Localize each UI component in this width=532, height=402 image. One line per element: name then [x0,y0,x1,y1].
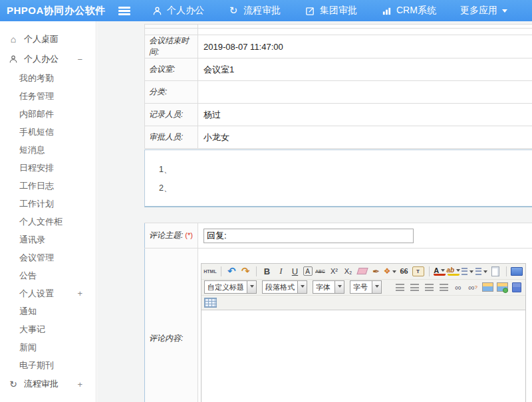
comment-subject-label: 评论主题: [149,231,183,240]
top-nav-menu: 个人办公 ↻ 流程审批 集团审批 CRM系统 更多应用 [152,5,507,17]
sidebar-item-label: 流程审批 [24,378,59,390]
table-row-recorder: 记录人员: 杨过 [145,104,532,126]
sidebar-item-e-journal[interactable]: 电子期刊 [0,356,96,374]
sidebar-item-personal-settings[interactable]: 个人设置 + [0,284,96,302]
sidebar-item-personal-office[interactable]: 个人办公 − [0,49,96,69]
nav-item-label: 流程审批 [243,5,281,17]
main-content: 会议结束时间: 2019-08-07 11:47:00 会议室: 会议室1 分类… [97,21,532,402]
nav-item-workflow-approval[interactable]: ↻ 流程审批 [228,5,281,17]
dropdown-arrow-icon [372,281,381,293]
quote-icon[interactable]: 66 [398,265,410,277]
rich-text-editor: HTML↶↷BIUAABCX²X₂✒❖66TAab 自定义标题 段落格式 字体 [201,263,526,402]
underline-icon[interactable]: U [289,265,301,277]
sidebar-item-meeting-management[interactable]: 会议管理 [0,249,96,266]
sidebar-item-major-events[interactable]: 大事记 [0,320,96,338]
sidebar-item-task-management[interactable]: 任务管理 [0,87,96,105]
table-row-meeting-room: 会议室: 会议室1 [145,58,532,81]
nav-item-group-approval[interactable]: 集团审批 [305,5,357,17]
comment-form-table: 评论主题:(*) 评论内容: HTML↶↷BIUAABCX²X₂✒❖66TAab… [144,223,532,402]
table-icon[interactable] [204,296,217,308]
field-label: 分类: [145,81,198,104]
sidebar-item-address-book[interactable]: 通讯录 [0,231,96,249]
sidebar-item-my-attendance[interactable]: 我的考勤 [0,69,96,87]
sidebar-item-news[interactable]: 新闻 [0,338,96,356]
nav-item-crm-system[interactable]: CRM系统 [381,5,436,17]
sidebar-item-sms[interactable]: 手机短信 [0,123,96,141]
fullscreen-icon[interactable] [511,265,523,277]
sidebar-item-work-log[interactable]: 工作日志 [0,177,96,195]
subscript-icon[interactable]: X₂ [342,265,354,277]
align-right-icon[interactable] [423,281,435,293]
editor-toolbar-row-1: HTML↶↷BIUAABCX²X₂✒❖66TAab [201,264,525,280]
sidebar-item-label: 新闻 [19,342,37,353]
menu-toggle-icon[interactable] [118,7,130,15]
sidebar-item-internal-mail[interactable]: 内部邮件 [0,105,96,123]
sidebar-item-notification[interactable]: 通知 [0,302,96,320]
sidebar-item-label: 个人办公 [24,53,59,65]
minutes-line: 1、 [159,160,532,179]
superscript-icon[interactable]: X² [329,265,340,277]
field-value: 小龙女 [198,126,532,149]
field-value: 杨过 [198,104,532,126]
sidebar-item-personal-desktop[interactable]: ⌂ 个人桌面 [0,29,96,49]
unordered-list-icon[interactable] [475,265,487,277]
field-label: 记录人员: [145,104,198,126]
field-label: 会议结束时间: [145,35,198,58]
sidebar-item-workflow-approval[interactable]: ↻ 流程审批 + [0,374,96,394]
align-center-icon[interactable] [408,281,420,293]
caret-down-icon [502,9,507,15]
sidebar-item-label: 任务管理 [19,90,54,102]
font-box-icon[interactable]: A [303,266,313,276]
ordered-list-icon[interactable] [462,265,473,277]
sidebar: ⌂ 个人桌面 个人办公 − 我的考勤 任务管理 内部邮件 手机短信 短消息 日程… [0,21,96,402]
collapse-icon[interactable]: − [77,54,82,64]
table-row-comment-content: 评论内容: HTML↶↷BIUAABCX²X₂✒❖66TAab 自定义标题 段落… [145,249,532,402]
heading-style-dropdown[interactable]: 自定义标题 [204,280,257,294]
font-size-dropdown[interactable]: 字号 [350,280,382,294]
image-icon[interactable] [481,281,493,293]
comment-subject-input[interactable] [203,229,414,243]
font-family-dropdown[interactable]: 字体 [313,280,344,294]
media-icon[interactable] [496,281,508,293]
new-page-icon[interactable] [489,265,501,277]
unlink-icon[interactable]: ∞ [467,281,479,293]
html-source-icon[interactable]: HTML [204,265,216,277]
align-left-icon[interactable] [394,281,406,293]
nav-item-more-apps[interactable]: 更多应用 [460,5,507,17]
required-mark: (*) [185,231,193,239]
sidebar-item-announcement[interactable]: 公告 [0,266,96,284]
align-justify-icon[interactable] [438,281,450,293]
color-palette-icon[interactable]: ❖ [384,265,396,277]
editor-toolbar-row-3 [201,296,525,310]
home-icon: ⌂ [8,34,19,45]
sidebar-item-label: 会议管理 [19,252,54,264]
strikethrough-icon[interactable]: ABC [315,265,327,277]
redo-icon[interactable]: ↷ [239,265,251,277]
font-color-icon[interactable]: A [434,266,446,276]
nav-item-personal-office[interactable]: 个人办公 [152,5,204,17]
sidebar-item-short-message[interactable]: 短消息 [0,141,96,159]
paste-word-icon[interactable]: T [412,266,424,276]
eraser-icon[interactable] [356,265,368,277]
sidebar-item-label: 通讯录 [19,234,45,246]
sidebar-item-label: 通知 [19,306,37,318]
highlight-icon[interactable]: ab [448,266,460,276]
sidebar-item-work-plan[interactable]: 工作计划 [0,195,96,213]
field-value: 会议室1 [198,58,532,81]
sidebar-item-label: 个人设置 [19,288,54,300]
editor-content-area[interactable] [201,310,525,402]
sidebar-item-personal-file-cabinet[interactable]: 个人文件柜 [0,213,96,231]
sidebar-item-schedule[interactable]: 日程安排 [0,159,96,177]
italic-icon[interactable]: I [275,265,287,277]
format-brush-icon[interactable]: ✒ [370,265,382,277]
bold-icon[interactable]: B [261,265,273,277]
dropdown-label: 字体 [313,282,334,292]
expand-icon[interactable]: + [77,288,82,298]
sidebar-item-label: 大事记 [19,324,45,336]
expand-icon[interactable]: + [77,379,82,389]
file-manager-icon[interactable] [511,281,523,293]
undo-icon[interactable]: ↶ [225,265,237,277]
top-navbar: PHPOA协同办公软件 个人办公 ↻ 流程审批 集团审批 CRM系统 更多应用 [0,0,532,21]
paragraph-format-dropdown[interactable]: 段落格式 [262,280,307,294]
link-icon[interactable]: ∞ [452,281,464,293]
